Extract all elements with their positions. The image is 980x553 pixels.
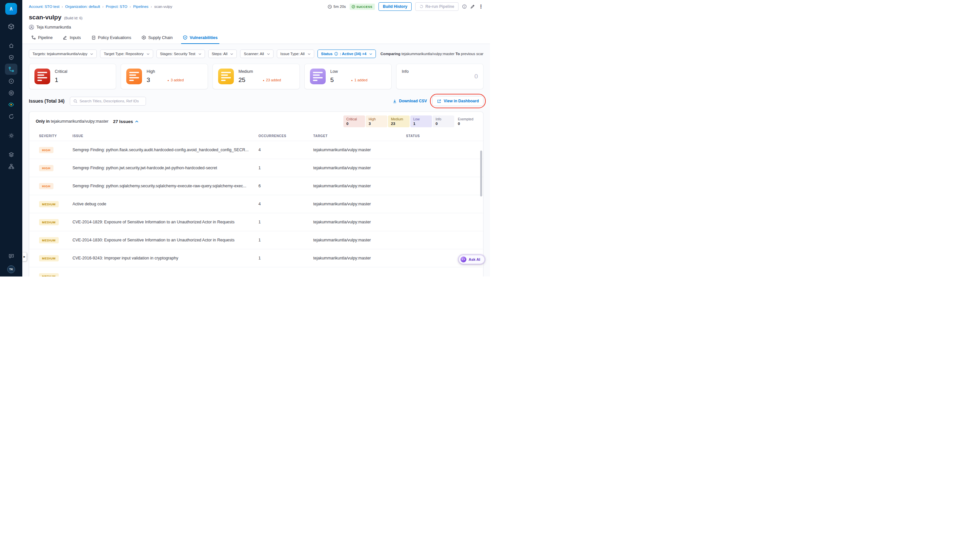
steps-filter-dropdown[interactable]: Steps: All xyxy=(208,49,237,58)
nav-settings-gear-icon[interactable] xyxy=(5,130,18,141)
author-name: Teja Kummarikuntla xyxy=(37,25,71,30)
issue-title[interactable]: Semgrep Finding: python.flask.security.a… xyxy=(73,148,258,152)
edit-pipeline-icon[interactable] xyxy=(470,4,475,9)
severity-card-name: Low xyxy=(330,69,386,74)
search-input[interactable] xyxy=(80,99,142,103)
severity-card-high[interactable]: High 3 ▲3 added xyxy=(121,64,208,89)
build-duration: 5m 20s xyxy=(328,5,346,9)
breadcrumb-organization[interactable]: Organization: default xyxy=(65,5,100,8)
group-issue-count-toggle[interactable]: 27 Issues xyxy=(113,119,139,124)
tab-vulnerabilities[interactable]: Vulnerabilities xyxy=(178,32,223,44)
table-row[interactable]: HIGH Semgrep Finding: python.flask.secur… xyxy=(29,141,483,159)
nav-org-structure-icon[interactable] xyxy=(5,161,18,172)
nav-test-intelligence-eye-icon[interactable] xyxy=(5,99,18,110)
issues-search-box[interactable] xyxy=(70,97,146,106)
issue-title[interactable]: Semgrep Finding: python.sqlalchemy.secur… xyxy=(73,184,258,188)
vulnerabilities-icon xyxy=(183,35,187,40)
issue-title[interactable]: CVE-2014-1829: Exposure of Sensitive Inf… xyxy=(73,220,258,224)
comparing-label: Comparing tejakummarikuntla/vulpy:master… xyxy=(380,52,484,56)
more-options-icon[interactable]: ⋮ xyxy=(479,3,484,10)
issue-title[interactable]: CVE-2016-9243: Improper input validation… xyxy=(73,256,258,261)
target-type-filter-dropdown[interactable]: Target Type: Repository xyxy=(100,49,153,58)
external-link-icon xyxy=(437,99,441,103)
severity-card-name: Critical xyxy=(55,69,111,74)
severity-card-count: 0 xyxy=(474,73,478,80)
severity-card-medium[interactable]: Medium 25 ▲23 added xyxy=(213,64,300,89)
rerun-pipeline-button[interactable]: Re-run Pipeline xyxy=(415,2,458,11)
caret-up-icon: ▲ xyxy=(167,79,170,81)
severity-added: ▲3 added xyxy=(167,78,184,82)
target-value: tejakummarikuntla/vulpy:master xyxy=(313,184,406,188)
chevron-down-icon xyxy=(230,53,233,55)
issue-title[interactable]: CVE-2014-1830: Exposure of Sensitive Inf… xyxy=(73,238,258,242)
nav-pipelines-icon[interactable] xyxy=(5,64,18,75)
issue-type-filter-dropdown[interactable]: Issue Type: All xyxy=(277,49,314,58)
nav-sync-icon[interactable] xyxy=(5,111,18,122)
nav-targets-icon[interactable] xyxy=(5,87,18,99)
col-issue: ISSUE xyxy=(73,134,258,138)
stages-filter-dropdown[interactable]: Stages: Security Test xyxy=(156,49,205,58)
col-status: STATUS xyxy=(406,134,483,138)
issue-title[interactable]: Active debug code xyxy=(73,202,258,206)
chevron-down-icon xyxy=(308,53,310,55)
severity-badge: HIGH xyxy=(39,165,54,171)
table-row[interactable]: HIGH Semgrep Finding: python.sqlalchemy.… xyxy=(29,177,483,195)
inputs-icon xyxy=(63,35,67,40)
build-history-button[interactable]: Build History xyxy=(379,2,412,11)
view-in-dashboard-button[interactable]: View in Dashboard xyxy=(432,96,484,106)
severity-card-low[interactable]: Low 5 ▲1 added xyxy=(304,64,391,89)
caret-up-icon: ▲ xyxy=(351,79,353,81)
severity-card-info[interactable]: Info 0 xyxy=(396,64,484,89)
breadcrumb: Account: STO test › Organization: defaul… xyxy=(29,5,172,8)
table-row[interactable]: HIGH Semgrep Finding: python.jwt.securit… xyxy=(29,159,483,177)
table-header-row: SEVERITY ISSUE OCCURRENCES TARGET STATUS xyxy=(29,131,483,141)
ask-ai-button[interactable]: Ask AI xyxy=(458,255,485,264)
nav-executions-icon[interactable] xyxy=(5,75,18,87)
info-icon[interactable] xyxy=(462,4,467,9)
tab-pipeline[interactable]: Pipeline xyxy=(26,32,58,44)
pipeline-icon xyxy=(32,35,36,40)
target-value: tejakummarikuntla/vulpy:master xyxy=(313,256,406,261)
occurrences-value: 6 xyxy=(258,184,313,188)
severity-card-critical[interactable]: Critical 1 xyxy=(29,64,116,89)
chip-medium: Medium 23 xyxy=(388,116,410,127)
author-row: Teja Kummarikuntla xyxy=(22,22,490,32)
user-icon xyxy=(29,25,34,30)
table-row[interactable]: MEDIUM CVE-2014-1829: Exposure of Sensit… xyxy=(29,213,483,231)
table-row[interactable]: MEDIUM xyxy=(29,267,483,276)
scanner-filter-dropdown[interactable]: Scanner: All xyxy=(240,49,273,58)
breadcrumb-account[interactable]: Account: STO test xyxy=(29,5,59,8)
breadcrumb-separator-icon: › xyxy=(151,5,152,8)
chat-support-icon[interactable] xyxy=(5,251,18,262)
left-nav-sidebar: TK xyxy=(0,0,22,276)
severity-badge: HIGH xyxy=(39,183,54,189)
chip-critical: Critical 0 xyxy=(344,116,365,127)
breadcrumb-project[interactable]: Project: STO xyxy=(106,5,127,8)
vertical-scrollbar[interactable] xyxy=(480,151,482,197)
severity-card-count: 3 xyxy=(146,76,150,84)
issue-title[interactable]: Semgrep Finding: python.jwt.security.jwt… xyxy=(73,166,258,170)
nav-security-shield-icon[interactable] xyxy=(5,52,18,63)
breadcrumb-pipelines[interactable]: Pipelines xyxy=(133,5,149,8)
target-value: tejakummarikuntla/vulpy:master xyxy=(313,148,406,152)
table-row[interactable]: MEDIUM CVE-2014-1830: Exposure of Sensit… xyxy=(29,231,483,249)
group-scope-label: Only in tejakummarikuntla/vulpy:master xyxy=(36,119,108,124)
targets-filter-dropdown[interactable]: Targets: tejakummarikuntla/vulpy xyxy=(29,49,97,58)
issues-toolbar: Issues (Total 34) Download CSV View in D… xyxy=(22,89,490,106)
expand-sidebar-handle[interactable]: ▶ xyxy=(22,253,27,261)
occurrences-value: 1 xyxy=(258,256,313,261)
table-row[interactable]: MEDIUM CVE-2016-9243: Improper input val… xyxy=(29,249,483,267)
chevron-down-icon xyxy=(90,53,93,55)
occurrences-value: 1 xyxy=(258,238,313,242)
nav-home-icon[interactable] xyxy=(5,40,18,51)
tab-inputs[interactable]: Inputs xyxy=(58,32,86,44)
module-selector-icon[interactable] xyxy=(5,21,18,32)
status-filter-dropdown[interactable]: Status : Active (34) +4 xyxy=(318,49,376,58)
nav-layers-icon[interactable] xyxy=(5,149,18,160)
download-csv-button[interactable]: Download CSV xyxy=(393,99,427,103)
tab-policy-evaluations[interactable]: Policy Evaluations xyxy=(86,32,137,44)
harness-logo[interactable] xyxy=(5,3,17,15)
user-avatar[interactable]: TK xyxy=(7,265,15,273)
tab-supply-chain[interactable]: Supply Chain xyxy=(137,32,178,44)
table-row[interactable]: MEDIUM Active debug code 4 tejakummariku… xyxy=(29,195,483,213)
